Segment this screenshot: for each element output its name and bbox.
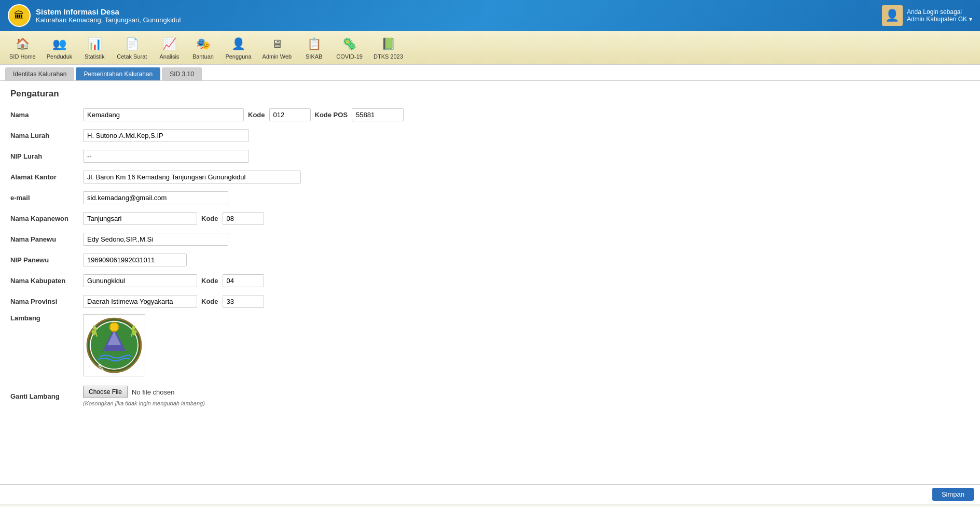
- analisis-label: Analisis: [159, 53, 179, 60]
- header: 🏛 Sistem Informasi Desa Kalurahan Kemada…: [0, 0, 980, 31]
- tabs: Identitas Kalurahan Pemerintahan Kalurah…: [0, 65, 980, 81]
- choose-file-button[interactable]: Choose File: [83, 386, 128, 398]
- penduduk-icon: 👥: [50, 36, 69, 52]
- panewu-label: Nama Panewu: [10, 235, 83, 243]
- statistik-icon: 📊: [85, 36, 104, 52]
- kabupaten-field: Kode: [83, 274, 970, 287]
- toolbar-covid[interactable]: 🦠 COVID-19: [332, 34, 367, 62]
- toolbar-analisis[interactable]: 📈 Analisis: [154, 34, 185, 62]
- main-content: Pengaturan Nama Kode Kode POS Nama Lurah…: [0, 81, 980, 484]
- sikab-label: SIKAB: [306, 53, 322, 60]
- cetak-surat-icon: 📄: [122, 36, 141, 52]
- svg-point-5: [109, 322, 119, 332]
- toolbar-penduduk[interactable]: 👥 Penduduk: [43, 34, 77, 62]
- nip-panewu-input[interactable]: [83, 254, 187, 266]
- admin-web-icon: 🖥: [268, 36, 286, 52]
- email-input[interactable]: [83, 191, 228, 204]
- statistik-label: Statistik: [85, 53, 105, 60]
- nip-panewu-row: NIP Panewu: [10, 252, 970, 267]
- status-bar: Aplikasi SID Berdaya dikembangkan oleh C…: [0, 504, 980, 507]
- toolbar-admin-web[interactable]: 🖥 Admin Web: [258, 34, 296, 62]
- provinsi-row: Nama Provinsi Kode: [10, 293, 970, 309]
- nip-panewu-label: NIP Panewu: [10, 256, 83, 264]
- toolbar-sid-home[interactable]: 🏠 SID Home: [5, 34, 40, 62]
- header-user[interactable]: 👤 Anda Login sebagai Admin Kabupaten GK …: [882, 5, 972, 26]
- provinsi-input[interactable]: [83, 295, 197, 308]
- cetak-surat-label: Cetak Surat: [117, 53, 147, 60]
- ganti-lambang-label: Ganti Lambang: [10, 392, 83, 400]
- nama-lurah-label: Nama Lurah: [10, 132, 83, 139]
- user-info: Anda Login sebagai Admin Kabupaten GK ▾: [907, 8, 972, 23]
- footer-bar: Simpan: [0, 484, 980, 504]
- email-row: e-mail: [10, 190, 970, 205]
- header-logo: 🏛: [8, 4, 31, 27]
- toolbar-pengguna[interactable]: 👤 Pengguna: [221, 34, 255, 62]
- provinsi-label: Nama Provinsi: [10, 298, 83, 305]
- kabupaten-input[interactable]: [83, 274, 197, 287]
- nama-input[interactable]: [83, 108, 244, 121]
- lambang-row: Lambang: [10, 314, 970, 381]
- nama-lurah-input[interactable]: [83, 129, 249, 142]
- alamat-input[interactable]: [83, 171, 301, 184]
- header-title-line1: Sistem Informasi Desa: [36, 7, 181, 16]
- header-title-line2: Kalurahan Kemadang, Tanjungsari, Gunungk…: [36, 16, 181, 24]
- nama-lurah-row: Nama Lurah: [10, 128, 970, 143]
- kode-pos-input[interactable]: [352, 108, 404, 121]
- kode-pos-label: Kode POS: [315, 111, 348, 119]
- nama-field: Kode Kode POS: [83, 108, 970, 121]
- provinsi-field: Kode: [83, 295, 970, 308]
- kode-input[interactable]: [269, 108, 311, 121]
- panewu-input[interactable]: [83, 233, 228, 246]
- tab-sid310[interactable]: SID 3.10: [162, 67, 202, 80]
- dtks-label: DTKS 2023: [374, 53, 403, 60]
- tab-pemerintahan[interactable]: Pemerintahan Kalurahan: [76, 67, 160, 80]
- nama-label: Nama: [10, 111, 83, 119]
- panewu-row: Nama Panewu: [10, 231, 970, 247]
- nama-row: Nama Kode Kode POS: [10, 107, 970, 122]
- sid-home-icon: 🏠: [13, 36, 32, 52]
- nip-lurah-input[interactable]: [83, 150, 249, 163]
- kode-provinsi-input[interactable]: [223, 295, 264, 308]
- toolbar-bantuan[interactable]: 🎭 Bantuan: [187, 34, 218, 62]
- toolbar-sikab[interactable]: 📋 SIKAB: [298, 34, 329, 62]
- user-role: Admin Kabupaten GK: [907, 16, 967, 23]
- kode-kapanewon-input[interactable]: [223, 212, 264, 225]
- kode-kabupaten-label: Kode: [201, 277, 218, 285]
- toolbar-cetak-surat[interactable]: 📄 Cetak Surat: [113, 34, 151, 62]
- kode-provinsi-label: Kode: [201, 298, 218, 305]
- email-field: [83, 191, 970, 204]
- bantuan-icon: 🎭: [194, 36, 212, 52]
- lambang-image: KEMADANG: [83, 314, 145, 376]
- kode-kapanewon-label: Kode: [201, 215, 218, 222]
- kode-label: Kode: [248, 111, 265, 119]
- sikab-icon: 📋: [305, 36, 323, 52]
- no-file-label: No file chosen: [132, 388, 174, 396]
- save-button[interactable]: Simpan: [932, 488, 974, 501]
- analisis-icon: 📈: [160, 36, 178, 52]
- kapanewon-label: Nama Kapanewon: [10, 215, 83, 222]
- nip-panewu-field: [83, 254, 970, 266]
- kapanewon-input[interactable]: [83, 212, 197, 225]
- kode-kabupaten-input[interactable]: [223, 274, 264, 287]
- user-label: Anda Login sebagai: [907, 8, 972, 16]
- lambang-svg: KEMADANG: [86, 317, 143, 374]
- dropdown-icon: ▾: [969, 16, 972, 23]
- email-label: e-mail: [10, 194, 83, 202]
- kabupaten-label: Nama Kabupaten: [10, 277, 83, 285]
- bantuan-label: Bantuan: [192, 53, 214, 60]
- toolbar-statistik[interactable]: 📊 Statistik: [79, 34, 110, 62]
- alamat-row: Alamat Kantor: [10, 169, 970, 185]
- covid-icon: 🦠: [340, 36, 359, 52]
- toolbar: 🏠 SID Home 👥 Penduduk 📊 Statistik 📄 Ceta…: [0, 31, 980, 65]
- avatar: 👤: [882, 5, 903, 26]
- admin-web-label: Admin Web: [263, 53, 292, 60]
- tab-identitas[interactable]: Identitas Kalurahan: [5, 67, 74, 80]
- alamat-field: [83, 171, 970, 184]
- dtks-icon: 📗: [379, 36, 397, 52]
- kabupaten-row: Nama Kabupaten Kode: [10, 273, 970, 288]
- header-title: Sistem Informasi Desa Kalurahan Kemadang…: [36, 7, 181, 24]
- toolbar-dtks[interactable]: 📗 DTKS 2023: [369, 34, 407, 62]
- ganti-lambang-field: Choose File No file chosen (Kosongkan ji…: [83, 386, 970, 406]
- lambang-label: Lambang: [10, 314, 83, 322]
- kapanewon-field: Kode: [83, 212, 970, 225]
